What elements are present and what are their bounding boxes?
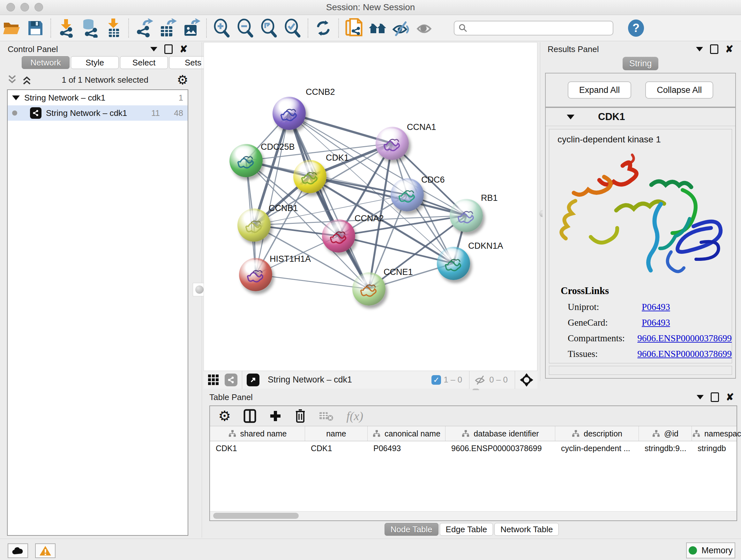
close-panel-icon[interactable]: ✘: [725, 44, 733, 54]
table-options-gear-icon[interactable]: ⚙: [218, 409, 231, 423]
column-header-namespace[interactable]: namespace: [692, 426, 741, 441]
control-panel: Control Panel ✘ NetworkStyleSelectSets 1…: [3, 42, 193, 538]
zoom-in-button[interactable]: [210, 18, 233, 38]
crosslink-link[interactable]: 9606.ENSP00000378699: [637, 333, 732, 344]
panel-menu-icon[interactable]: [697, 395, 704, 399]
close-panel-icon[interactable]: ✘: [180, 44, 188, 54]
save-session-button[interactable]: [23, 18, 47, 38]
tab-style[interactable]: Style: [71, 56, 119, 69]
protein-thumbnail: [450, 199, 483, 232]
gene-section-header[interactable]: CDK1: [546, 108, 735, 126]
crosslink-link[interactable]: 9606.ENSP00000378699: [637, 349, 732, 359]
open-session-button[interactable]: [0, 18, 23, 38]
network-options-gear-icon[interactable]: ⚙: [177, 73, 188, 86]
memory-button[interactable]: Memory: [686, 543, 735, 558]
table-cell[interactable]: 9606.ENSP00000378699: [446, 444, 555, 453]
column-header-database-identifier[interactable]: database identifier: [446, 426, 555, 441]
tab-edge-table[interactable]: Edge Table: [440, 523, 493, 536]
table-cell[interactable]: CDK1: [210, 444, 305, 453]
table-row[interactable]: CDK1CDK1P064939606.ENSP00000378699cyclin…: [210, 441, 737, 455]
delete-trash-icon[interactable]: [294, 409, 306, 423]
import-table-button[interactable]: [102, 18, 125, 38]
copy-style-button[interactable]: [342, 18, 366, 38]
collapse-all-icon[interactable]: [7, 74, 18, 85]
search-input[interactable]: [468, 23, 609, 33]
export-view-icon[interactable]: [247, 374, 259, 386]
crosslinks-block: CrossLinks Uniprot:P06493GeneCard:P06493…: [549, 285, 732, 363]
float-panel-icon[interactable]: [711, 392, 719, 402]
toolbar-separator: [51, 18, 51, 38]
database-network-icon: [80, 18, 99, 38]
table-cell[interactable]: cyclin-dependent ...: [555, 444, 639, 453]
column-header-shared-name[interactable]: shared name: [210, 426, 305, 441]
grid-view-icon[interactable]: [207, 374, 219, 386]
tab-string[interactable]: String: [623, 57, 658, 70]
float-panel-icon[interactable]: [164, 44, 173, 54]
show-selected-button[interactable]: [413, 18, 436, 38]
hide-selected-button[interactable]: [389, 18, 413, 38]
network-canvas[interactable]: CCNB2 CCNA1 CDC25B CDK1 CDC6 RB1 CCNB1: [204, 42, 537, 371]
protein-thumbnail: [352, 272, 386, 306]
table-cell[interactable]: stringdb: [692, 444, 741, 453]
tab-node-table[interactable]: Node Table: [385, 523, 439, 536]
column-header--id[interactable]: @id: [639, 426, 692, 441]
node-RB1[interactable]: [450, 199, 483, 232]
add-row-plus-icon[interactable]: [269, 410, 282, 422]
zoom-fit-button[interactable]: [257, 18, 281, 38]
collapse-icon[interactable]: [12, 96, 20, 100]
crosslink-link[interactable]: P06493: [642, 302, 670, 312]
zoom-out-button[interactable]: [233, 18, 257, 38]
column-label: name: [326, 429, 346, 438]
scrollbar-handle[interactable]: [213, 513, 299, 519]
table-cell[interactable]: stringdb:9...: [639, 444, 692, 453]
node-HIST1H1A[interactable]: [239, 258, 272, 291]
import-network-icon: [57, 18, 75, 38]
tab-select[interactable]: Select: [120, 56, 168, 69]
cloud-status-button[interactable]: [8, 543, 28, 558]
zoom-selected-button[interactable]: [281, 18, 305, 38]
selected-checkbox-icon[interactable]: ✓: [431, 375, 441, 385]
expand-collapse-box: Expand All Collapse All: [545, 73, 736, 107]
close-panel-icon[interactable]: ✘: [726, 392, 734, 402]
node-CDK1[interactable]: [293, 160, 327, 193]
panel-menu-icon[interactable]: [696, 47, 703, 51]
cytoscape-window: Session: New Session: [0, 0, 741, 560]
column-header-name[interactable]: name: [305, 426, 367, 441]
help-button[interactable]: ?: [628, 19, 644, 37]
node-CDC6[interactable]: [391, 178, 424, 211]
column-header-description[interactable]: description: [555, 426, 639, 441]
refresh-button[interactable]: [312, 18, 335, 38]
table-cell[interactable]: P06493: [367, 444, 446, 453]
collapse-all-button[interactable]: Collapse All: [645, 81, 713, 99]
panel-menu-icon[interactable]: [150, 47, 157, 51]
warning-status-button[interactable]: [35, 543, 56, 558]
node-CDKN1A[interactable]: [437, 247, 470, 280]
node-CCNA2[interactable]: [322, 219, 355, 253]
horizontal-scrollbar[interactable]: [210, 511, 737, 520]
node-CCNB1[interactable]: [238, 208, 271, 242]
show-columns-icon[interactable]: [244, 409, 256, 423]
export-image-button[interactable]: [179, 18, 203, 38]
network-collection-row[interactable]: String Network – cdk1 1: [8, 90, 188, 105]
network-row-selected[interactable]: String Network – cdk1 11 48: [8, 105, 188, 121]
expand-all-button[interactable]: Expand All: [568, 81, 631, 99]
tab-network[interactable]: Network: [22, 56, 70, 69]
birdseye-toggle-icon[interactable]: [225, 374, 238, 386]
fit-content-crosshair-icon[interactable]: [520, 373, 534, 387]
import-network-database-button[interactable]: [78, 18, 102, 38]
node-CCNB2[interactable]: [273, 97, 306, 130]
node-CCNA1[interactable]: [376, 127, 409, 160]
collapse-section-icon[interactable]: [567, 115, 575, 119]
node-CCNE1[interactable]: [352, 272, 386, 306]
expand-all-icon[interactable]: [22, 74, 33, 85]
tab-network-table[interactable]: Network Table: [494, 523, 559, 536]
column-header-canonical-name[interactable]: canonical name: [367, 426, 446, 441]
import-network-file-button[interactable]: [54, 18, 78, 38]
crosslink-link[interactable]: P06493: [642, 317, 670, 328]
table-cell[interactable]: CDK1: [305, 444, 367, 453]
export-network-button[interactable]: [132, 18, 156, 38]
node-CDC25B[interactable]: [229, 144, 263, 177]
export-table-button[interactable]: [156, 18, 179, 38]
show-all-networks-button[interactable]: [366, 18, 389, 38]
float-panel-icon[interactable]: [710, 44, 718, 54]
